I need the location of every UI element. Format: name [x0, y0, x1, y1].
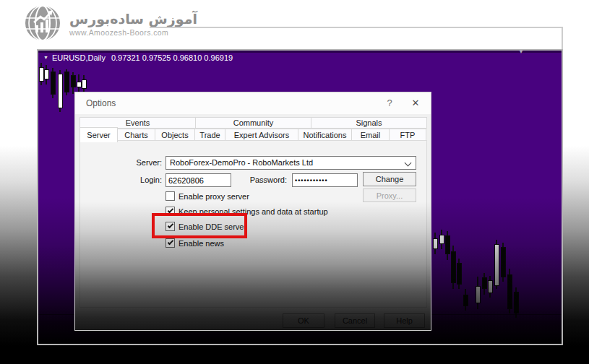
ok-button[interactable]: OK [283, 313, 324, 328]
brand-name: آموزش ساده‌بورس [69, 12, 197, 27]
tabs-row-top: EventsCommunitySignals [79, 117, 427, 129]
checked-checkbox-icon[interactable] [165, 207, 175, 216]
candle-body [39, 67, 44, 82]
candle-body [494, 244, 499, 286]
change-button[interactable]: Change [363, 172, 416, 186]
candle-body [463, 295, 468, 306]
candle-body [507, 274, 512, 309]
brand-url: www.Amoozesh-Boors.com [69, 28, 168, 37]
server-label: Server: [80, 158, 162, 167]
brand: آموزش ساده‌بورس www.Amoozesh-Boors.com [23, 3, 197, 46]
checkbox-label: Keep personal settings and data at start… [179, 207, 328, 216]
checked-checkbox-icon[interactable] [165, 238, 175, 248]
checked-checkbox-icon[interactable] [165, 222, 175, 231]
login-label: Login: [80, 176, 162, 184]
candle-body [482, 277, 487, 289]
close-icon[interactable]: ✕ [409, 98, 422, 108]
candle-body [64, 72, 69, 92]
candle-body [58, 74, 63, 108]
options-dialog: Options ? ✕ EventsCommunitySignals Serve… [74, 92, 431, 331]
tab-email[interactable]: Email [352, 129, 390, 141]
password-field[interactable] [292, 173, 358, 187]
check-mark-icon [168, 222, 173, 228]
chart-dropdown-icon[interactable]: ▼ [43, 55, 48, 60]
candle-body [514, 292, 519, 313]
checkbox-label: Enable news [179, 239, 224, 248]
candle-body [51, 72, 56, 95]
chevron-down-icon[interactable] [405, 160, 412, 167]
tab-server[interactable]: Server [79, 127, 118, 142]
help-icon[interactable]: ? [383, 98, 396, 108]
cancel-button[interactable]: Cancel [335, 313, 375, 328]
dialog-titlebar: Options ? ✕ [75, 92, 431, 114]
chart-symbol: EURUSD,Daily [52, 53, 106, 62]
dialog-title: Options [86, 98, 116, 108]
candle-body [82, 79, 87, 89]
unchecked-checkbox-icon[interactable] [165, 191, 175, 201]
tab-community[interactable]: Community [196, 117, 311, 129]
server-combobox-value: RoboForex-DemoPro - RoboMarkets Ltd [170, 158, 313, 167]
tab-charts[interactable]: Charts [118, 129, 155, 141]
check-mark-icon [168, 239, 173, 245]
header-divider-line [150, 27, 563, 28]
candle-body [44, 69, 49, 79]
candle-body [488, 280, 493, 293]
check-mark-icon [168, 207, 173, 213]
proxy-button[interactable]: Proxy... [363, 188, 416, 202]
chart-quotes: 0.97321 0.97525 0.96810 0.96919 [111, 53, 233, 62]
checkbox-label: Enable proxy server [179, 192, 249, 201]
globe-chart-logo-icon [23, 3, 63, 46]
candle-body [433, 238, 438, 249]
chart-titlebar: ▼EURUSD,Daily0.97321 0.97525 0.96810 0.9… [43, 53, 233, 62]
password-label: Password: [210, 176, 287, 184]
tabs-row-bottom: ServerChartsObjectsTradeExpert AdvisorsN… [79, 129, 427, 141]
tab-notifications[interactable]: Notifications [298, 129, 352, 141]
server-tab-content: Server: RoboForex-DemoPro - RoboMarkets … [79, 140, 427, 308]
server-combobox[interactable]: RoboForex-DemoPro - RoboMarkets Ltd [165, 156, 416, 170]
candle-body [77, 82, 82, 87]
candle-body [439, 235, 444, 244]
candle-body [476, 286, 481, 303]
tab-expert-advisors[interactable]: Expert Advisors [225, 129, 298, 141]
header-divider-corner [562, 27, 563, 50]
candle-body [501, 247, 506, 277]
checkbox-label: Enable DDE server [179, 222, 246, 231]
help-button[interactable]: Help [384, 313, 425, 328]
candle-body [451, 251, 456, 283]
tab-signals[interactable]: Signals [311, 117, 427, 129]
tab-objects[interactable]: Objects [155, 129, 195, 141]
tab-trade[interactable]: Trade [195, 129, 225, 141]
candle-body [71, 75, 76, 87]
candle-body [457, 263, 462, 285]
tab-ftp[interactable]: FTP [390, 129, 426, 141]
candle-body [445, 235, 450, 254]
